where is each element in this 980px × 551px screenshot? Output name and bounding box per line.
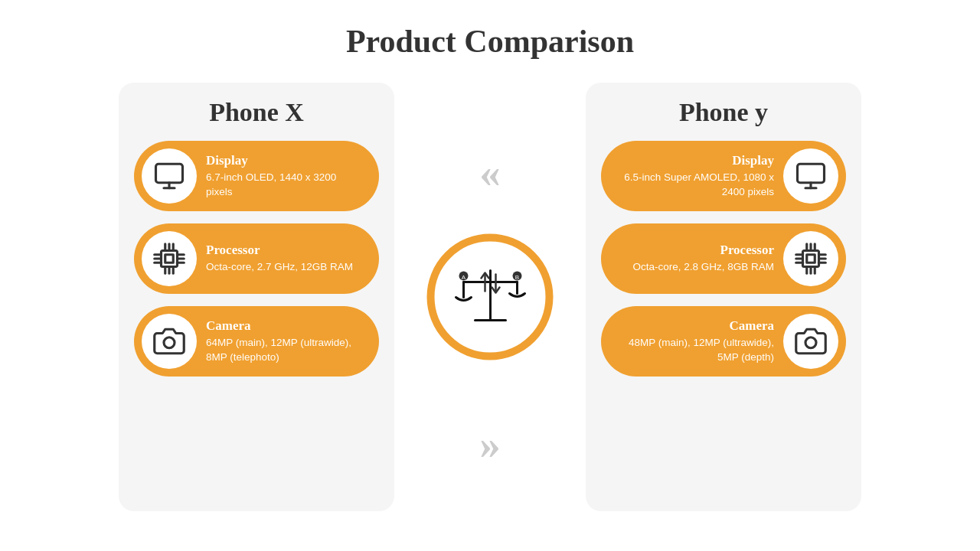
cpu-icon-y [795,243,827,275]
phone-x-processor-text: Processor Octa-core, 2.7 GHz, 12GB RAM [197,243,371,275]
right-chevron-symbol: » [479,423,501,465]
phone-y-title: Phone y [601,98,846,127]
phone-x-processor-value: Octa-core, 2.7 GHz, 12GB RAM [206,260,362,275]
left-chevron-symbol: « [479,152,501,194]
phone-y-display-value: 6.5-inch Super AMOLED, 1080 x 2400 pixel… [618,171,774,200]
phone-y-processor-label: Processor [618,243,774,258]
middle-section: « A B [394,83,586,511]
phone-x-display-icon-circle [142,148,197,204]
phone-x-processor-label: Processor [206,243,362,258]
svg-text:A: A [461,273,466,280]
comparison-layout: Phone X Display 6.7-inch OLED, 1440 x 32… [31,83,949,511]
phone-x-camera-icon-circle [142,314,197,369]
phone-x-camera-text: Camera 64MP (main), 12MP (ultrawide), 8M… [197,318,371,365]
phone-y-camera-row: Camera 48MP (main), 12MP (ultrawide), 5M… [601,306,846,377]
phone-y-processor-icon-circle [783,231,838,286]
phone-y-display-text: Display 6.5-inch Super AMOLED, 1080 x 24… [609,153,783,200]
phone-x-processor-icon-circle [142,231,197,286]
svg-point-17 [164,337,175,348]
svg-text:B: B [514,273,518,280]
svg-rect-45 [807,255,815,263]
monitor-icon [153,160,185,192]
svg-rect-16 [165,255,174,263]
camera-icon [153,325,185,357]
phone-x-display-text: Display 6.7-inch OLED, 1440 x 3200 pixel… [197,153,371,200]
phone-y-card: Phone y Display 6.5-inch Super AMOLED, 1… [586,83,861,511]
phone-x-camera-value: 64MP (main), 12MP (ultrawide), 8MP (tele… [206,336,362,365]
svg-rect-0 [156,164,183,183]
svg-rect-29 [798,164,825,183]
phone-y-display-row: Display 6.5-inch Super AMOLED, 1080 x 24… [601,141,846,211]
phone-y-camera-value: 48MP (main), 12MP (ultrawide), 5MP (dept… [618,336,774,365]
phone-x-camera-label: Camera [206,318,362,334]
phone-y-camera-icon-circle [783,314,838,369]
chevrons-right: » [479,423,501,465]
balance-circle: A B [427,234,554,360]
phone-y-camera-label: Camera [618,318,774,334]
phone-x-display-value: 6.7-inch OLED, 1440 x 3200 pixels [206,171,362,200]
phone-y-processor-row: Processor Octa-core, 2.8 GHz, 8GB RAM [601,223,846,294]
phone-y-display-icon-circle [783,148,838,204]
phone-x-display-row: Display 6.7-inch OLED, 1440 x 3200 pixel… [134,141,379,211]
phone-x-card: Phone X Display 6.7-inch OLED, 1440 x 32… [119,83,394,511]
cpu-icon [153,243,185,275]
phone-y-processor-value: Octa-core, 2.8 GHz, 8GB RAM [618,260,774,275]
phone-x-camera-row: Camera 64MP (main), 12MP (ultrawide), 8M… [134,306,379,377]
svg-rect-3 [162,251,178,267]
svg-rect-32 [803,251,819,267]
chevrons-left: « [479,152,501,194]
phone-y-display-label: Display [618,153,774,168]
phone-x-processor-row: Processor Octa-core, 2.7 GHz, 12GB RAM [134,223,379,294]
svg-point-46 [805,337,816,348]
phone-x-title: Phone X [134,98,379,127]
monitor-icon-y [795,160,827,192]
phone-x-display-label: Display [206,153,362,168]
camera-icon-y [795,325,827,357]
page-title: Product Comparison [346,23,634,60]
phone-y-processor-text: Processor Octa-core, 2.8 GHz, 8GB RAM [609,243,783,275]
balance-scale-icon: A B [452,259,528,335]
phone-y-camera-text: Camera 48MP (main), 12MP (ultrawide), 5M… [609,318,783,365]
